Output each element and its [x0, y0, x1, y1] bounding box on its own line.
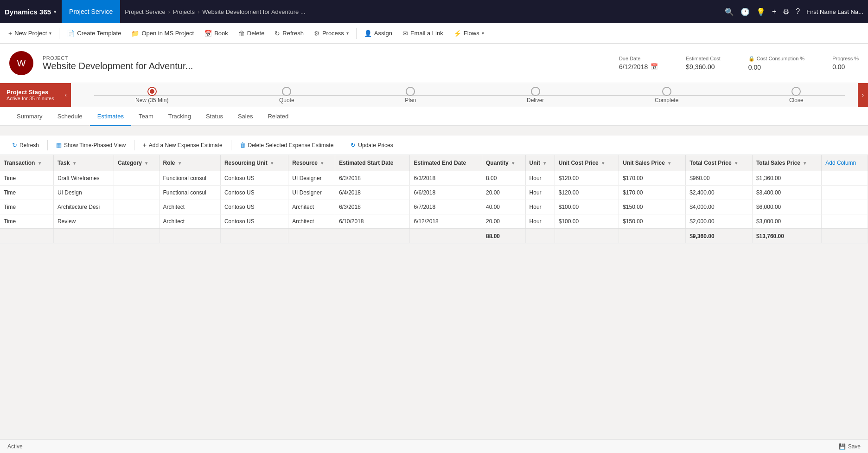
cell-resource-0: UI Designer [288, 171, 335, 186]
flows-icon: ⚡ [453, 30, 461, 37]
help-icon-button[interactable]: 💡 [756, 7, 766, 16]
new-project-button[interactable]: + New Project ▾ [4, 27, 56, 40]
th-quantity[interactable]: Quantity ▾ [482, 155, 525, 171]
breadcrumb: Project Service › Projects › Website Dev… [125, 8, 725, 15]
new-project-chevron: ▾ [49, 31, 51, 36]
th-unit-cost-price[interactable]: Unit Cost Price ▾ [555, 155, 619, 171]
search-icon-button[interactable]: 🔍 [725, 7, 734, 16]
th-est-start-date[interactable]: Estimated Start Date [335, 155, 410, 171]
th-total-cost-price[interactable]: Total Cost Price ▾ [686, 155, 753, 171]
breadcrumb-sep-1: › [168, 8, 170, 15]
cell-unit-sales-2: $150.00 [619, 200, 686, 214]
assign-button[interactable]: 👤 Assign [359, 27, 397, 40]
th-resource[interactable]: Resource ▾ [288, 155, 335, 171]
calendar-icon[interactable]: 📅 [651, 63, 658, 70]
due-date-value: 6/12/2018 📅 [619, 63, 658, 71]
estimated-cost-label: Estimated Cost [686, 56, 721, 61]
tab-team[interactable]: Team [131, 107, 161, 126]
breadcrumb-item-3[interactable]: Website Development for Adventure ... [202, 8, 305, 15]
refresh-button[interactable]: ↻ Refresh [270, 27, 308, 40]
cell-unit-cost-2: $100.00 [555, 200, 619, 214]
cell-est-end-1: 6/6/2018 [410, 186, 482, 200]
breadcrumb-item-1[interactable]: Project Service [125, 8, 165, 15]
add-icon-button[interactable]: + [772, 7, 776, 16]
th-transaction[interactable]: Transaction ▾ [0, 155, 53, 171]
recent-icon-button[interactable]: 🕐 [740, 7, 750, 16]
stage-item-complete[interactable]: Complete [655, 87, 678, 104]
footer-est-end-date [410, 229, 482, 244]
stage-item-close[interactable]: Close [789, 87, 804, 104]
table-row[interactable]: Time Draft Wireframes Functional consul … [0, 171, 868, 186]
tab-tracking[interactable]: Tracking [161, 107, 198, 126]
estimates-table-container: Transaction ▾ Task ▾ Category ▾ Role ▾ R… [0, 155, 868, 244]
question-icon-button[interactable]: ? [796, 7, 800, 16]
est-refresh-button[interactable]: ↻ Refresh [7, 139, 44, 151]
stage-item-plan[interactable]: Plan [405, 87, 416, 104]
table-row[interactable]: Time Review Architect Contoso US Archite… [0, 214, 868, 229]
estimated-cost-value: $9,360.00 [686, 63, 721, 71]
open-ms-project-button[interactable]: 📁 Open in MS Project [127, 27, 198, 40]
cell-category-2 [114, 200, 159, 214]
th-est-end-date[interactable]: Estimated End Date [410, 155, 482, 171]
tab-schedule[interactable]: Schedule [50, 107, 90, 126]
th-category[interactable]: Category ▾ [114, 155, 159, 171]
th-resourcing-unit[interactable]: Resourcing Unit ▾ [220, 155, 288, 171]
user-label[interactable]: First Name Last Na... [806, 8, 863, 15]
stage-item-new[interactable]: New (35 Min) [135, 87, 168, 104]
th-total-sales-price[interactable]: Total Sales Price ▾ [752, 155, 821, 171]
cell-add-col-0 [822, 171, 868, 186]
cell-category-0 [114, 171, 159, 186]
add-expense-button[interactable]: + Add a New Expense Estimate [138, 139, 227, 151]
book-button[interactable]: 📅 Book [199, 27, 233, 40]
stage-nav-left-button[interactable]: ‹ [61, 83, 71, 107]
create-template-button[interactable]: 📄 Create Template [62, 27, 126, 40]
cell-transaction-1: Time [0, 186, 53, 200]
main-content: ↻ Refresh ▦ Show Time-Phased View + Add … [0, 126, 868, 248]
stage-nav-right-button[interactable]: › [858, 83, 868, 107]
est-refresh-label: Refresh [19, 142, 39, 149]
th-task[interactable]: Task ▾ [53, 155, 114, 171]
stage-item-quote[interactable]: Quote [279, 87, 294, 104]
tab-summary[interactable]: Summary [9, 107, 50, 126]
table-row[interactable]: Time UI Design Functional consul Contoso… [0, 186, 868, 200]
tab-related[interactable]: Related [260, 107, 296, 126]
delete-expense-button[interactable]: 🗑 Delete Selected Expense Estimate [235, 139, 338, 151]
update-prices-button[interactable]: ↻ Update Prices [346, 139, 397, 151]
process-button[interactable]: ⚙ Process ▾ [309, 27, 353, 40]
cell-category-3 [114, 214, 159, 229]
tab-status[interactable]: Status [198, 107, 230, 126]
stage-bar: Project Stages Active for 35 minutes ‹ N… [0, 83, 868, 107]
show-time-phased-label: Show Time-Phased View [64, 142, 126, 149]
cell-transaction-2: Time [0, 200, 53, 214]
cell-total-cost-0: $960.00 [686, 171, 753, 186]
stage-item-deliver[interactable]: Deliver [527, 87, 544, 104]
process-label: Process [322, 30, 344, 37]
brand-logo[interactable]: Dynamics 365 ▾ [5, 8, 62, 16]
table-footer-row: 88.00 $9,360.00 $13,760.00 [0, 229, 868, 244]
tab-sales[interactable]: Sales [230, 107, 261, 126]
show-time-phased-button[interactable]: ▦ Show Time-Phased View [51, 139, 130, 151]
flows-button[interactable]: ⚡ Flows ▾ [449, 27, 489, 40]
cell-total-sales-2: $6,000.00 [752, 200, 821, 214]
time-phased-icon: ▦ [56, 142, 62, 149]
delete-button[interactable]: 🗑 Delete [234, 27, 269, 40]
settings-icon-button[interactable]: ⚙ [783, 7, 789, 16]
th-unit[interactable]: Unit ▾ [525, 155, 555, 171]
module-label[interactable]: Project Service [62, 0, 120, 23]
breadcrumb-item-2[interactable]: Projects [173, 8, 195, 15]
add-expense-icon: + [143, 142, 147, 149]
cell-unit-cost-1: $120.00 [555, 186, 619, 200]
delete-icon: 🗑 [238, 30, 245, 37]
cmd-sep-2 [356, 28, 357, 39]
est-sep-1 [47, 140, 48, 150]
add-expense-label: Add a New Expense Estimate [149, 142, 223, 149]
cell-task-0: Draft Wireframes [53, 171, 114, 186]
email-link-button[interactable]: ✉ Email a Link [398, 27, 448, 40]
th-unit-sales-price[interactable]: Unit Sales Price ▾ [619, 155, 686, 171]
th-add-column[interactable]: Add Column [822, 155, 868, 171]
th-role[interactable]: Role ▾ [159, 155, 220, 171]
cell-quantity-3: 20.00 [482, 214, 525, 229]
table-row[interactable]: Time Architecture Desi Architect Contoso… [0, 200, 868, 214]
cell-add-col-3 [822, 214, 868, 229]
tab-estimates[interactable]: Estimates [90, 107, 131, 126]
